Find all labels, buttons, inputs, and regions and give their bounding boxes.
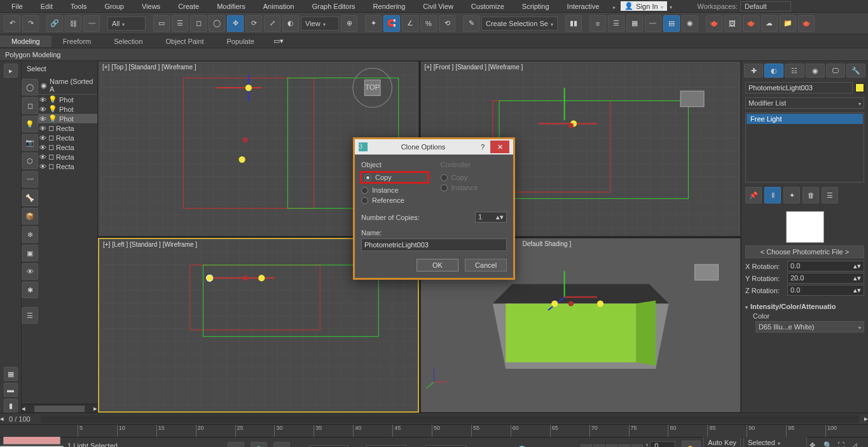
manipulate-button[interactable]: ✦: [365, 15, 382, 32]
ref-coord-dropdown[interactable]: View: [301, 17, 339, 31]
select-region-circle-button[interactable]: ◯: [209, 15, 225, 32]
goto-end-button[interactable]: ⏭: [631, 444, 643, 448]
percent-snap-button[interactable]: %: [420, 15, 437, 32]
spinner-snap-button[interactable]: ⟲: [439, 15, 455, 32]
pivot-button[interactable]: ⊕: [341, 15, 357, 32]
select-rotate-button[interactable]: ⟳: [245, 15, 262, 32]
menu-file[interactable]: File: [3, 1, 32, 11]
filter-bone-icon[interactable]: 🦴: [22, 189, 38, 206]
menu-views[interactable]: Views: [133, 1, 169, 11]
curve-editor-button[interactable]: 〰: [645, 15, 661, 32]
autokey-button[interactable]: Auto Key: [703, 436, 741, 448]
menu-edit[interactable]: Edit: [32, 1, 62, 11]
select-move-button[interactable]: ✥: [227, 15, 244, 32]
filter-helper-icon[interactable]: ⬡: [22, 153, 38, 169]
object-color-swatch[interactable]: [855, 83, 864, 92]
choose-photometric-button[interactable]: < Choose Photometric File >: [745, 245, 864, 258]
mirror-button[interactable]: ▮▮: [565, 15, 582, 32]
menu-modifiers[interactable]: Modifiers: [208, 1, 254, 11]
xrot-spinner[interactable]: 0.0▴▾: [787, 261, 864, 272]
keyfilter-mode-dropdown[interactable]: Selected: [743, 436, 807, 448]
nav-fov-icon[interactable]: ◿: [851, 441, 864, 448]
gallery-button[interactable]: 📁: [780, 15, 796, 32]
bind-button[interactable]: 〰: [83, 15, 100, 32]
workspaces-dropdown[interactable]: Default: [740, 1, 791, 11]
tree-header[interactable]: ◉ Name (Sorted A: [38, 76, 97, 95]
coord-x[interactable]: -0'8 3/32": [309, 445, 347, 448]
clone-name-field[interactable]: [361, 238, 507, 251]
viewport-left-label[interactable]: [+] [Left ] [Standard ] [Wireframe ]: [103, 241, 197, 248]
scene-scroll-h[interactable]: ◂▸: [22, 404, 97, 413]
menu-customize[interactable]: Customize: [462, 1, 513, 11]
filter-group-icon[interactable]: ▣: [22, 245, 38, 261]
tab-motion-icon[interactable]: ◉: [806, 64, 825, 78]
yrot-spinner[interactable]: 20.0▴▾: [787, 273, 864, 284]
ribbon-tab-objectpaint[interactable]: Object Paint: [155, 36, 216, 47]
num-copies-spinner[interactable]: 1▴▾: [475, 212, 507, 223]
viewport-persp-label[interactable]: Default Shading ]: [523, 240, 572, 247]
named-selection-dropdown[interactable]: Create Selection Se: [481, 17, 558, 31]
tab-create-icon[interactable]: ✚: [744, 64, 763, 78]
zrot-spinner[interactable]: 0.0▴▾: [787, 285, 864, 296]
nav-pan-icon[interactable]: ✥: [809, 441, 822, 448]
selection-filter-dropdown[interactable]: All: [107, 17, 146, 31]
coord-icon[interactable]: ▦: [273, 442, 290, 448]
select-place-button[interactable]: ◐: [282, 15, 299, 32]
key-mode-icon[interactable]: ↕: [645, 441, 649, 448]
ok-button[interactable]: OK: [417, 259, 458, 272]
set-key-big-button[interactable]: 🔑+: [682, 441, 701, 448]
schematic-button[interactable]: ▤: [663, 15, 680, 32]
tab-modify-icon[interactable]: ◐: [764, 64, 783, 78]
ribbon-tab-modeling[interactable]: Modeling: [0, 36, 52, 47]
frame-field[interactable]: 0: [650, 441, 675, 448]
render-button[interactable]: 🫖: [743, 15, 759, 32]
menu-scripting[interactable]: Scripting: [513, 1, 558, 11]
object-name-field[interactable]: [745, 82, 853, 93]
tab-hierarchy-icon[interactable]: ☷: [785, 64, 804, 78]
filter-camera-icon[interactable]: 📷: [22, 134, 38, 151]
material-editor-button[interactable]: ◉: [682, 15, 698, 32]
play-button[interactable]: ▶: [606, 444, 617, 448]
modifier-stack[interactable]: Free Light: [745, 113, 864, 182]
clone-copy-radio[interactable]: Copy: [360, 171, 429, 184]
stack-entry[interactable]: Free Light: [747, 114, 863, 124]
menu-overflow-icon[interactable]: [613, 3, 616, 10]
redo-button[interactable]: ↷: [22, 15, 39, 32]
link-button[interactable]: 🔗: [46, 15, 63, 32]
show-end-icon[interactable]: Ⅱ: [764, 187, 781, 203]
lock-icon[interactable]: 🔒: [251, 442, 267, 448]
viewport-front-label[interactable]: [+] [Front ] [Standard ] [Wireframe ]: [425, 64, 523, 71]
goto-start-button[interactable]: ⏮: [581, 444, 592, 448]
ribbon-tab-populate[interactable]: Populate: [215, 36, 265, 47]
undo-button[interactable]: ↶: [4, 15, 20, 32]
menu-animation[interactable]: Animation: [254, 1, 303, 11]
render-frame-button[interactable]: 🖼: [724, 15, 741, 32]
select-name-button[interactable]: ☰: [172, 15, 188, 32]
edit-selection-button[interactable]: ✎: [463, 15, 479, 32]
isolate-icon[interactable]: 👁: [228, 442, 244, 448]
viewport-layout-3[interactable]: ▮: [4, 399, 18, 413]
menu-group[interactable]: Group: [95, 1, 133, 11]
cancel-button[interactable]: Cancel: [465, 259, 507, 272]
filter-space-icon[interactable]: 〰: [22, 171, 38, 188]
scene-tree[interactable]: ◉ Name (Sorted A 👁💡Phot 👁💡Phot 👁💡Phot 👁◻…: [38, 76, 97, 404]
angle-snap-button[interactable]: ∠: [402, 15, 418, 32]
ribbon-toggle-button[interactable]: ▦: [626, 15, 643, 32]
menu-civil-view[interactable]: Civil View: [414, 1, 462, 11]
dialog-help-button[interactable]: ?: [475, 143, 490, 151]
expand-panel-button[interactable]: ▸: [4, 64, 18, 78]
remove-mod-icon[interactable]: 🗑: [803, 187, 819, 203]
viewport-top-label[interactable]: [+] [Top ] [Standard ] [Wireframe ]: [102, 64, 196, 71]
menu-tools[interactable]: Tools: [62, 1, 96, 11]
nav-zoom-ext-icon[interactable]: ⛶: [837, 441, 850, 448]
clone-reference-radio[interactable]: Reference: [361, 195, 428, 205]
layer-button[interactable]: ☰: [608, 15, 624, 32]
filter-shape-icon[interactable]: ◻: [22, 97, 38, 114]
subribbon-label[interactable]: Polygon Modeling: [5, 51, 60, 58]
tab-display-icon[interactable]: 🖵: [826, 64, 845, 78]
snap-toggle-button[interactable]: 🧲: [383, 15, 400, 32]
rollout-toggle-icon[interactable]: [745, 303, 748, 310]
signin-dropdown-icon[interactable]: [670, 3, 672, 10]
filter-geom-icon[interactable]: ◯: [22, 79, 38, 95]
dialog-close-button[interactable]: ✕: [490, 141, 509, 153]
